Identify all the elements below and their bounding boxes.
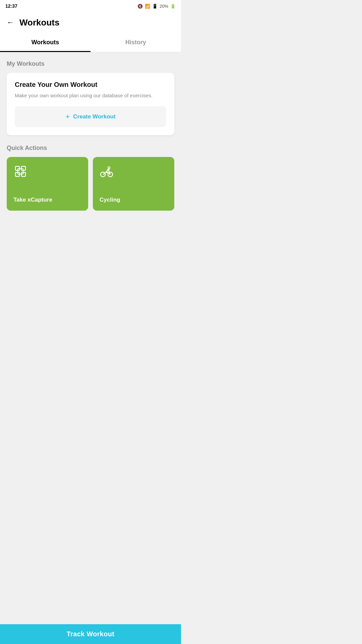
wifi-icon: 📶 [145,4,150,9]
page-title: Workouts [19,17,59,28]
quick-action-xcapture[interactable]: Take xCapture [7,157,88,211]
plus-icon: + [65,112,70,121]
svg-point-7 [108,167,110,169]
back-button[interactable]: ← [7,18,14,27]
cycling-label: Cycling [100,197,168,203]
tabs-bar: Workouts History [0,33,181,52]
signal-icon: 📱 [152,4,158,9]
xcapture-icon [13,164,81,180]
create-workout-card: Create Your Own Workout Make your own wo… [7,73,174,135]
quick-actions-section-title: Quick Actions [7,145,174,152]
status-icons: 🔇 📶 📱 20% 🔋 [137,4,176,9]
mute-icon: 🔇 [137,4,143,9]
workout-card-description: Make your own workout plan using our dat… [15,92,166,100]
svg-rect-4 [18,169,23,174]
battery-label: 20% [160,4,168,9]
my-workouts-section-title: My Workouts [7,60,174,67]
tab-history[interactable]: History [90,33,181,52]
status-bar: 12:37 🔇 📶 📱 20% 🔋 [0,0,181,12]
workout-card-title: Create Your Own Workout [15,81,166,89]
tab-workouts[interactable]: Workouts [0,33,90,52]
xcapture-label: Take xCapture [13,197,81,203]
content-area: My Workouts Create Your Own Workout Make… [0,52,181,287]
cycling-icon [100,164,168,180]
svg-point-6 [108,172,113,177]
header: ← Workouts [0,12,181,33]
quick-actions-grid: Take xCapture [7,157,174,211]
quick-action-cycling[interactable]: Cycling [93,157,174,211]
battery-icon: 🔋 [170,4,176,9]
create-workout-button[interactable]: + Create Workout [15,106,166,127]
create-workout-label: Create Workout [73,113,115,120]
status-time: 12:37 [5,3,17,9]
